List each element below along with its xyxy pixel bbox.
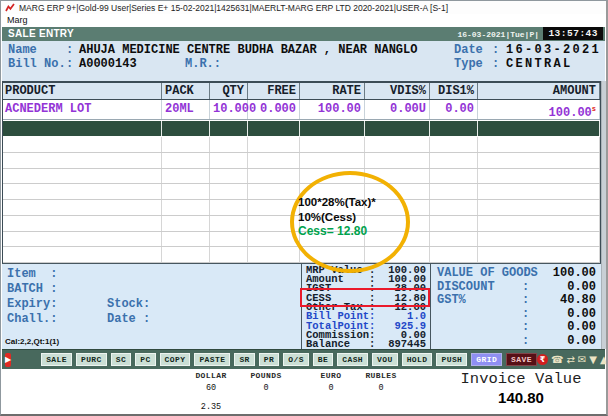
empty-cell — [2, 184, 162, 199]
cess-highlight-box — [300, 288, 430, 307]
sale-button[interactable]: SALE — [41, 353, 72, 366]
currency-value: 0 — [352, 383, 410, 393]
sr-button[interactable]: SR — [234, 353, 254, 366]
empty-cell — [248, 169, 300, 184]
play-button[interactable]: ▶ — [5, 353, 11, 367]
paste-button[interactable]: PASTE — [194, 353, 230, 366]
empty-cell — [430, 184, 478, 199]
product-cell[interactable]: 0.000 — [248, 100, 300, 119]
column-header-vdis: VDIS% — [365, 83, 430, 99]
empty-cell — [210, 184, 248, 199]
date-field[interactable]: 16-03-2021 — [506, 43, 601, 57]
summary-row: VALUE OF GOODS:100.00 — [432, 266, 601, 280]
menu-item-marg[interactable]: Marg — [7, 15, 28, 25]
push-button[interactable]: PUSH — [436, 353, 467, 366]
table-header: PRODUCTPACKQTYFREERATEVDIS%DIS1%AMOUNT — [2, 81, 601, 100]
currency-label: DOLLAR — [182, 371, 240, 380]
summary-row: DISCOUNT:0.00 — [432, 280, 601, 294]
type-field[interactable]: CENTRAL — [506, 57, 573, 71]
panel-divider — [301, 264, 302, 350]
currency-value: 0 — [237, 383, 295, 393]
customer-name-field[interactable]: AHUJA MEDICINE CENTRE BUDHA BAZAR , NEAR… — [79, 43, 417, 57]
phone-icon[interactable]: ☎ — [551, 354, 563, 366]
sc-button[interactable]: SC — [111, 353, 131, 366]
amount-superscript: s — [592, 105, 596, 113]
empty-cell — [430, 169, 478, 184]
purc-button[interactable]: PURC — [76, 353, 107, 366]
sale-entry-bar: SALE ENTRY 16-03-2021|Tue|P| 13:57:43 — [2, 27, 605, 41]
billno-field[interactable]: A0000143 — [79, 57, 137, 71]
empty-cell — [2, 169, 162, 184]
toolbar-icons: ₹☎⇄✉▼▲↑↓▤→ — [537, 354, 608, 366]
empty-cell — [248, 137, 300, 152]
product-cell[interactable]: ACNEDERM LOT — [2, 100, 162, 119]
empty-cell — [478, 137, 600, 152]
currency-column-rubles: RUBLES0 — [352, 371, 410, 393]
annotation-text: 100*28%(Tax)* 10%(Cess) Cess= 12.80 — [298, 195, 376, 239]
rupee-icon[interactable]: ₹ — [537, 354, 548, 365]
empty-cell — [478, 169, 600, 184]
empty-cell — [210, 216, 248, 231]
summary-value: 0.00 — [567, 334, 596, 348]
os-button[interactable]: O/S — [283, 353, 309, 366]
expand-icon[interactable]: ▲ — [600, 354, 608, 366]
empty-cell — [2, 137, 162, 152]
be-button[interactable]: BE — [313, 353, 333, 366]
summary-colon: : — [522, 334, 529, 348]
date-label: Date — [454, 43, 483, 57]
clock: 13:57:43 — [543, 27, 603, 40]
summary-row: :0.00 — [432, 320, 601, 334]
menu-bar: Marg — [1, 14, 606, 27]
mr-label: M.R.: — [185, 57, 221, 71]
empty-cell — [478, 200, 600, 215]
invoice-value-label: Invoice Value — [438, 370, 604, 388]
empty-cell — [2, 153, 162, 168]
summary-value: 0.00 — [567, 280, 596, 294]
copy-button[interactable]: COPY — [160, 353, 191, 366]
summary-colon: : — [522, 320, 529, 334]
invoice-value-amount: 140.80 — [438, 389, 604, 406]
product-cell[interactable]: 0.00U — [365, 100, 430, 119]
empty-cell — [248, 184, 300, 199]
annotation-line2: 10%(Cess) — [298, 210, 376, 225]
shuffle-icon[interactable]: ⇄ — [566, 354, 574, 366]
date-colon: : — [492, 43, 499, 57]
collapse-icon[interactable]: ▼ — [589, 354, 597, 366]
invoice-value-block: Invoice Value 140.80 — [438, 370, 604, 406]
bill-header: Name : AHUJA MEDICINE CENTRE BUDHA BAZAR… — [2, 41, 605, 82]
pc-button[interactable]: PC — [135, 353, 155, 366]
selected-row[interactable] — [2, 121, 601, 136]
challan-date-label: Date : — [107, 312, 150, 326]
empty-cell — [478, 216, 600, 231]
empty-cell — [162, 153, 210, 168]
summary-panel: VALUE OF GOODS:100.00DISCOUNT:0.00GST%:4… — [432, 266, 601, 348]
summary-colon: : — [522, 293, 529, 307]
summary-value: 0.00 — [567, 307, 596, 321]
product-cell[interactable]: 10.000 — [210, 100, 248, 119]
empty-cell — [248, 153, 300, 168]
type-label: Type — [454, 57, 483, 71]
empty-cell — [365, 137, 430, 152]
empty-cell — [248, 247, 300, 262]
product-row[interactable]: ACNEDERM LOT20ML10.0000.000100.000.00U0.… — [2, 100, 601, 120]
product-cell[interactable]: 20ML — [162, 100, 210, 119]
product-cell[interactable]: 100.00s — [478, 100, 600, 119]
grid-button[interactable]: GRID — [471, 353, 502, 366]
empty-cell — [2, 200, 162, 215]
marg-logo-icon — [5, 3, 15, 12]
pr-button[interactable]: PR — [259, 353, 279, 366]
product-cell[interactable]: 100.00 — [300, 100, 365, 119]
name-colon: : — [66, 43, 73, 57]
marg-erp-window: MARG ERP 9+|Gold-99 User|Series E+ 15-02… — [0, 0, 608, 416]
vou-button[interactable]: VOU — [372, 353, 398, 366]
product-cell[interactable]: 0.00 — [430, 100, 478, 119]
empty-cell — [162, 200, 210, 215]
hold-button[interactable]: HOLD — [402, 353, 433, 366]
save-button[interactable]: SAVE — [506, 353, 537, 366]
toolbar-buttons: SALEPURCSCPCCOPYPASTESRPRO/SBECASHVOUHOL… — [41, 353, 537, 366]
empty-cell — [478, 232, 600, 247]
empty-cell — [300, 153, 365, 168]
vertical-scrollbar[interactable] — [601, 81, 608, 349]
cash-button[interactable]: CASH — [337, 353, 368, 366]
message-icon[interactable]: ✉ — [578, 354, 586, 366]
